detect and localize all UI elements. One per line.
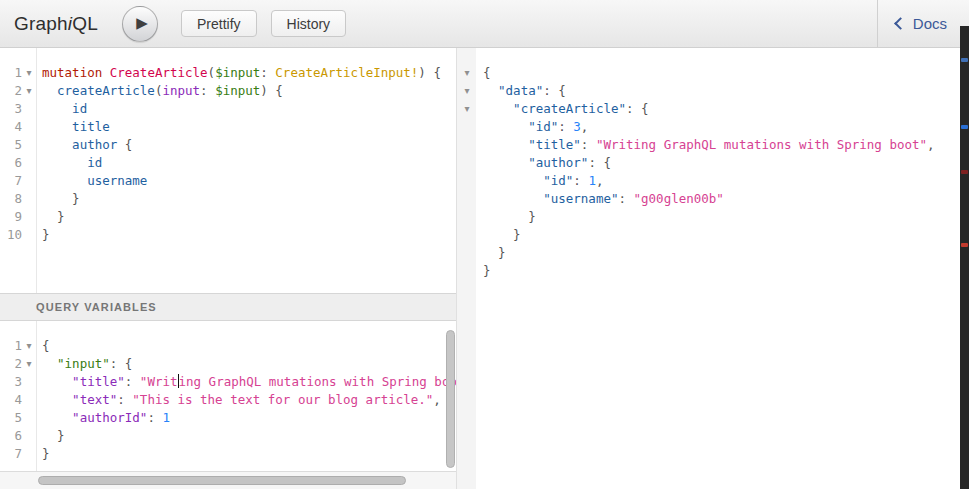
query-editor[interactable]: 1▾mutation CreateArticle($input: CreateA… [0,48,456,293]
code-token: } [57,428,65,443]
history-button[interactable]: History [271,10,347,37]
code-token [483,137,528,152]
code-token: "This is the text for our blog article." [132,392,433,407]
play-icon: ▶ [132,16,148,31]
code-line: "username": "g00glen00b" [457,190,969,208]
code-token [483,209,528,224]
code-line: 2▾ createArticle(input: $input) { [0,82,456,100]
fold-arrow-icon[interactable]: ▾ [23,355,35,373]
code-token: "author" [528,155,588,170]
code-token: author [72,137,117,152]
code-token [634,101,642,116]
scroll-strip-mark [961,243,968,247]
code-token [483,101,513,116]
line-number: 4 [0,391,22,409]
fold-arrow-icon[interactable]: ▾ [461,82,473,100]
horizontal-scrollbar-thumb[interactable] [38,476,406,485]
fold-arrow-icon[interactable]: ▾ [461,100,473,118]
code-token: { [483,65,491,80]
fold-arrow-icon[interactable]: ▾ [461,64,473,82]
query-variables-header[interactable]: QUERY VARIABLES [0,293,456,321]
line-number: 2 [0,355,22,373]
prettify-button[interactable]: Prettify [181,10,257,37]
code-line: 3 id [0,100,456,118]
code-token [42,392,72,407]
chevron-left-icon [894,17,907,30]
code-token [132,374,140,389]
code-token: id [72,101,87,116]
line-number: 8 [0,190,22,208]
code-line: 2▾ "input": { [0,355,456,373]
code-token: "username" [543,191,618,206]
fold-arrow-icon[interactable]: ▾ [23,64,35,82]
code-token [42,83,57,98]
variables-vertical-scrollbar[interactable] [446,330,455,468]
line-number: 10 [0,226,22,244]
code-token [483,227,513,242]
line-number: 3 [0,373,22,391]
code-token: : [200,83,208,98]
code-token: "Writ [140,374,178,389]
code-token [588,137,596,152]
code-token: 3 [573,119,581,134]
code-token [42,119,72,134]
code-token: ( [208,65,216,80]
code-token: : [588,155,596,170]
scroll-strip-mark [961,170,968,174]
code-token: { [125,137,133,152]
horizontal-scrollbar[interactable] [0,472,456,489]
docs-label: Docs [913,15,947,32]
code-token [42,356,57,371]
query-pane: 1▾mutation CreateArticle($input: CreateA… [0,48,457,489]
code-token: : [117,392,125,407]
docs-toggle-button[interactable]: Docs [877,0,969,47]
code-line: "id": 3, [457,118,969,136]
code-line: 3 "title": "Writing GraphQL mutations wi… [0,373,456,391]
graphiql-app: GraphiQL ▶ Prettify History Docs 1▾mutat… [0,0,969,489]
code-token: , [581,119,589,134]
code-token: "title" [528,137,581,152]
code-token: 1 [162,410,170,425]
code-token [42,374,72,389]
code-token [42,173,87,188]
code-line: } [457,262,969,280]
code-token: "g00glen00b" [634,191,724,206]
code-token: "Writing GraphQL mutations with Spring b… [596,137,927,152]
code-token [483,83,498,98]
code-token: } [72,191,80,206]
code-line: 6 id [0,154,456,172]
code-token: , [596,173,604,188]
execute-query-button[interactable]: ▶ [122,6,158,42]
code-token: { [603,155,611,170]
code-token: 1 [588,173,596,188]
code-token: { [42,338,50,353]
fold-arrow-icon[interactable]: ▾ [23,337,35,355]
code-token: createArticle [57,83,155,98]
code-token: { [125,356,133,371]
code-line: "author": { [457,154,969,172]
code-line: } [457,244,969,262]
code-line: "title": "Writing GraphQL mutations with… [457,136,969,154]
fold-arrow-icon[interactable]: ▾ [23,82,35,100]
scroll-strip-mark [961,125,968,129]
code-line: 1▾mutation CreateArticle($input: CreateA… [0,64,456,82]
result-viewer[interactable]: ▾{▾ "data": {▾ "createArticle": { "id": … [457,48,969,489]
code-line: 5 author { [0,136,456,154]
code-line: ▾ "createArticle": { [457,100,969,118]
code-token: } [483,263,491,278]
code-token: "id" [543,173,573,188]
line-number: 5 [0,409,22,427]
code-line: 5 "authorId": 1 [0,409,456,427]
line-number: 2 [0,82,22,100]
code-token [483,245,498,260]
line-number: 7 [0,445,22,463]
code-line: } [457,226,969,244]
code-token: : [618,191,626,206]
line-number: 6 [0,427,22,445]
code-line: ▾ "data": { [457,82,969,100]
code-token: { [641,101,649,116]
variables-editor[interactable]: 1▾{2▾ "input": {3 "title": "Writing Grap… [0,321,456,472]
variables-scrollbar-thumb[interactable] [446,330,455,468]
code-token: { [275,83,283,98]
line-number: 4 [0,118,22,136]
